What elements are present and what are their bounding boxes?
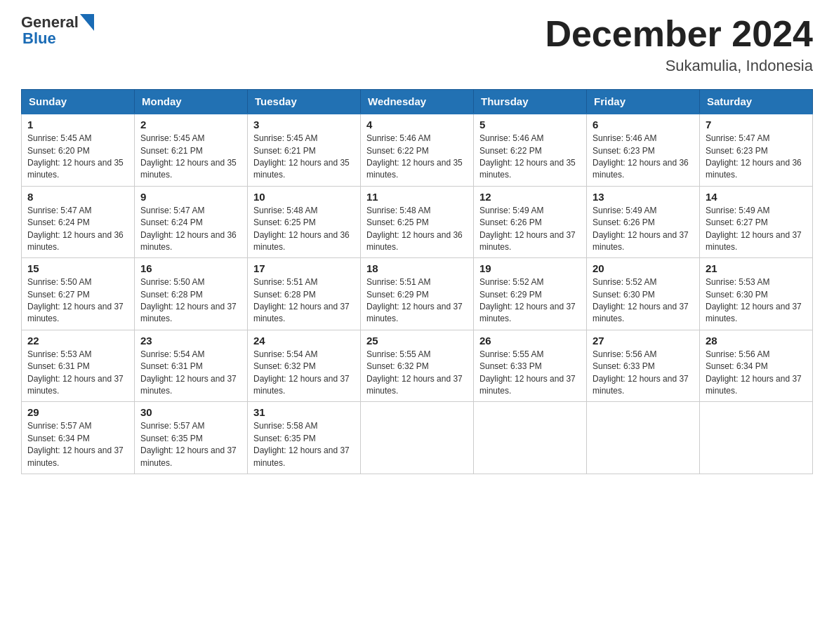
day-info: Sunrise: 5:48 AMSunset: 6:25 PMDaylight:… [366,206,463,252]
day-number: 4 [366,119,468,130]
day-number: 2 [140,119,241,130]
day-number: 11 [366,191,468,203]
calendar-week-row: 8 Sunrise: 5:47 AMSunset: 6:24 PMDayligh… [22,186,813,258]
calendar-cell: 9 Sunrise: 5:47 AMSunset: 6:24 PMDayligh… [135,186,248,258]
day-number: 12 [479,191,581,203]
title-area: December 2024 Sukamulia, Indonesia [545,14,813,75]
day-number: 9 [140,191,241,203]
day-info: Sunrise: 5:54 AMSunset: 6:32 PMDaylight:… [253,349,350,396]
day-number: 14 [706,191,807,203]
month-year-title: December 2024 [545,14,813,54]
logo: General Blue [21,14,94,46]
calendar-cell: 6 Sunrise: 5:46 AMSunset: 6:23 PMDayligh… [587,114,700,186]
logo-triangle-icon [80,14,94,31]
logo-blue-text: Blue [22,31,56,46]
calendar-cell: 3 Sunrise: 5:45 AMSunset: 6:21 PMDayligh… [248,114,361,186]
day-info: Sunrise: 5:46 AMSunset: 6:23 PMDaylight:… [593,133,689,180]
calendar-cell: 30 Sunrise: 5:57 AMSunset: 6:35 PMDaylig… [135,402,248,474]
day-info: Sunrise: 5:51 AMSunset: 6:29 PMDaylight:… [366,277,463,323]
day-info: Sunrise: 5:55 AMSunset: 6:32 PMDaylight:… [366,349,463,396]
day-info: Sunrise: 5:53 AMSunset: 6:30 PMDaylight:… [706,277,802,323]
header-monday: Monday [135,90,248,114]
header-wednesday: Wednesday [361,90,474,114]
day-info: Sunrise: 5:45 AMSunset: 6:21 PMDaylight:… [253,133,350,180]
calendar-cell: 18 Sunrise: 5:51 AMSunset: 6:29 PMDaylig… [361,258,474,330]
calendar-cell: 4 Sunrise: 5:46 AMSunset: 6:22 PMDayligh… [361,114,474,186]
day-number: 8 [27,191,128,203]
day-number: 15 [27,262,128,274]
day-info: Sunrise: 5:55 AMSunset: 6:33 PMDaylight:… [479,349,576,396]
header-tuesday: Tuesday [248,90,361,114]
day-info: Sunrise: 5:46 AMSunset: 6:22 PMDaylight:… [366,133,463,180]
header-sunday: Sunday [22,90,135,114]
day-number: 16 [140,262,241,274]
day-number: 28 [706,335,807,347]
calendar-cell [474,402,587,474]
day-info: Sunrise: 5:56 AMSunset: 6:33 PMDaylight:… [593,349,689,396]
day-number: 30 [140,406,241,418]
calendar-cell: 21 Sunrise: 5:53 AMSunset: 6:30 PMDaylig… [700,258,813,330]
day-info: Sunrise: 5:46 AMSunset: 6:22 PMDaylight:… [479,133,576,180]
day-number: 31 [253,406,355,418]
day-info: Sunrise: 5:52 AMSunset: 6:29 PMDaylight:… [479,277,576,323]
day-number: 5 [479,119,581,130]
calendar-cell: 16 Sunrise: 5:50 AMSunset: 6:28 PMDaylig… [135,258,248,330]
calendar-week-row: 22 Sunrise: 5:53 AMSunset: 6:31 PMDaylig… [22,330,813,402]
calendar-table: SundayMondayTuesdayWednesdayThursdayFrid… [21,89,813,474]
day-number: 17 [253,262,355,274]
calendar-header-row: SundayMondayTuesdayWednesdayThursdayFrid… [22,90,813,114]
day-info: Sunrise: 5:45 AMSunset: 6:20 PMDaylight:… [27,133,124,180]
header-friday: Friday [587,90,700,114]
day-number: 24 [253,335,355,347]
day-number: 3 [253,119,355,130]
day-info: Sunrise: 5:49 AMSunset: 6:27 PMDaylight:… [706,206,802,252]
logo-general-text: General [21,15,79,30]
day-number: 13 [593,191,694,203]
day-number: 1 [27,119,128,130]
calendar-cell: 29 Sunrise: 5:57 AMSunset: 6:34 PMDaylig… [22,402,135,474]
calendar-cell: 25 Sunrise: 5:55 AMSunset: 6:32 PMDaylig… [361,330,474,402]
calendar-week-row: 15 Sunrise: 5:50 AMSunset: 6:27 PMDaylig… [22,258,813,330]
header: General Blue December 2024 Sukamulia, In… [21,14,813,75]
calendar-cell: 20 Sunrise: 5:52 AMSunset: 6:30 PMDaylig… [587,258,700,330]
calendar-week-row: 1 Sunrise: 5:45 AMSunset: 6:20 PMDayligh… [22,114,813,186]
day-number: 21 [706,262,807,274]
calendar-cell: 10 Sunrise: 5:48 AMSunset: 6:25 PMDaylig… [248,186,361,258]
svg-marker-0 [80,14,94,31]
day-info: Sunrise: 5:50 AMSunset: 6:28 PMDaylight:… [140,277,237,323]
day-number: 20 [593,262,694,274]
day-number: 10 [253,191,355,203]
day-info: Sunrise: 5:54 AMSunset: 6:31 PMDaylight:… [140,349,237,396]
day-number: 26 [479,335,581,347]
day-info: Sunrise: 5:50 AMSunset: 6:27 PMDaylight:… [27,277,124,323]
day-info: Sunrise: 5:47 AMSunset: 6:23 PMDaylight:… [706,133,802,180]
header-saturday: Saturday [700,90,813,114]
day-info: Sunrise: 5:53 AMSunset: 6:31 PMDaylight:… [27,349,124,396]
day-number: 18 [366,262,468,274]
calendar-cell: 27 Sunrise: 5:56 AMSunset: 6:33 PMDaylig… [587,330,700,402]
calendar-cell: 17 Sunrise: 5:51 AMSunset: 6:28 PMDaylig… [248,258,361,330]
calendar-week-row: 29 Sunrise: 5:57 AMSunset: 6:34 PMDaylig… [22,402,813,474]
day-number: 29 [27,406,128,418]
calendar-cell: 15 Sunrise: 5:50 AMSunset: 6:27 PMDaylig… [22,258,135,330]
calendar-cell: 22 Sunrise: 5:53 AMSunset: 6:31 PMDaylig… [22,330,135,402]
day-info: Sunrise: 5:48 AMSunset: 6:25 PMDaylight:… [253,206,350,252]
calendar-cell: 26 Sunrise: 5:55 AMSunset: 6:33 PMDaylig… [474,330,587,402]
calendar-cell: 19 Sunrise: 5:52 AMSunset: 6:29 PMDaylig… [474,258,587,330]
day-info: Sunrise: 5:49 AMSunset: 6:26 PMDaylight:… [479,206,576,252]
day-info: Sunrise: 5:57 AMSunset: 6:34 PMDaylight:… [27,421,124,467]
calendar-cell: 12 Sunrise: 5:49 AMSunset: 6:26 PMDaylig… [474,186,587,258]
header-thursday: Thursday [474,90,587,114]
day-info: Sunrise: 5:51 AMSunset: 6:28 PMDaylight:… [253,277,350,323]
day-info: Sunrise: 5:52 AMSunset: 6:30 PMDaylight:… [593,277,689,323]
calendar-cell: 14 Sunrise: 5:49 AMSunset: 6:27 PMDaylig… [700,186,813,258]
calendar-cell: 28 Sunrise: 5:56 AMSunset: 6:34 PMDaylig… [700,330,813,402]
calendar-cell [361,402,474,474]
day-number: 25 [366,335,468,347]
day-info: Sunrise: 5:45 AMSunset: 6:21 PMDaylight:… [140,133,237,180]
day-number: 22 [27,335,128,347]
calendar-cell: 13 Sunrise: 5:49 AMSunset: 6:26 PMDaylig… [587,186,700,258]
day-number: 7 [706,119,807,130]
calendar-cell [700,402,813,474]
day-info: Sunrise: 5:58 AMSunset: 6:35 PMDaylight:… [253,421,350,467]
